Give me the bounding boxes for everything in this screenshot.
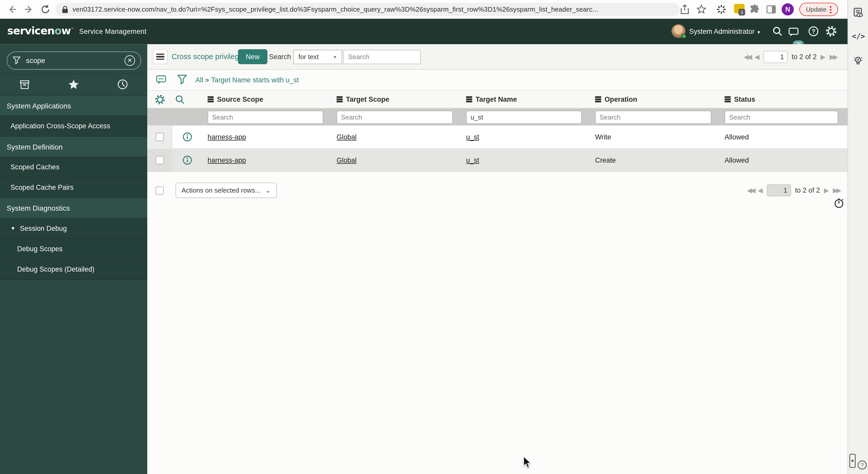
- user-menu[interactable]: System Administrator ▼: [689, 28, 761, 35]
- breadcrumb-separator: >: [206, 77, 209, 83]
- column-header-operation[interactable]: Operation: [590, 96, 719, 103]
- list-context-menu-button[interactable]: [153, 49, 168, 64]
- side-panel-icon[interactable]: [766, 4, 776, 14]
- info-icon[interactable]: [182, 156, 192, 165]
- target-name-link[interactable]: u_st: [466, 156, 479, 164]
- filter-operation-input[interactable]: [595, 110, 711, 124]
- info-icon[interactable]: [182, 132, 192, 141]
- list-settings-gear-icon[interactable]: [155, 94, 165, 104]
- first-page-button[interactable]: ◀◀: [744, 53, 751, 61]
- status-value: Allowed: [724, 156, 749, 164]
- browser-profile-avatar[interactable]: N: [782, 3, 794, 15]
- timer-icon[interactable]: [834, 198, 845, 209]
- record-watcher-icon[interactable]: [852, 7, 864, 18]
- filter-target-scope-input[interactable]: [337, 110, 453, 124]
- hamburger-icon: [156, 52, 164, 61]
- search-type-select[interactable]: for text▼: [293, 50, 342, 64]
- row-checkbox[interactable]: [155, 156, 163, 164]
- sidebar-item-scoped-caches[interactable]: Scoped Caches: [0, 157, 147, 178]
- list-title-link[interactable]: Cross scope privileges: [172, 53, 247, 61]
- global-search-icon[interactable]: [772, 26, 783, 37]
- bookmark-star-icon[interactable]: [696, 4, 707, 14]
- bottom-pagination: ◀◀ ◀ to 2 of 2 ▶ ▶▶: [747, 184, 840, 197]
- clear-filter-icon[interactable]: ✕: [125, 55, 135, 66]
- chevron-down-icon: ▼: [756, 30, 761, 35]
- filter-status-input[interactable]: [724, 110, 838, 124]
- tab-history[interactable]: [98, 74, 147, 95]
- forward-icon[interactable]: [23, 4, 34, 15]
- target-name-link[interactable]: u_st: [466, 133, 479, 141]
- update-menu-dots-icon[interactable]: [830, 6, 831, 13]
- next-page-button[interactable]: ▶: [820, 53, 826, 61]
- sidebar-item-scoped-cache-pairs[interactable]: Scoped Cache Pairs: [0, 178, 147, 198]
- sidebar-item-system-applications[interactable]: System Applications: [0, 96, 147, 116]
- last-page-button[interactable]: ▶▶: [830, 53, 836, 61]
- rail-scroll-thumb[interactable]: [849, 453, 856, 468]
- sidebar-item-debug-scopes[interactable]: Debug Scopes: [0, 239, 147, 260]
- sidebar-nav: System Applications Application Cross-Sc…: [0, 96, 147, 280]
- column-menu-icon: [466, 96, 472, 103]
- source-scope-link[interactable]: harness-app: [208, 133, 246, 141]
- spinner-extension-icon[interactable]: [716, 4, 726, 14]
- first-page-button[interactable]: ◀◀: [747, 187, 754, 194]
- breadcrumb-query-link[interactable]: Target Name starts with u_st: [211, 76, 299, 84]
- extensions-puzzle-icon[interactable]: [749, 4, 760, 14]
- sidebar-item-session-debug[interactable]: ▼Session Debug: [0, 218, 147, 239]
- settings-gear-icon[interactable]: [826, 26, 836, 37]
- tab-favorites[interactable]: [49, 74, 98, 95]
- breadcrumb-row: All>Target Name starts with u_st: [147, 70, 847, 90]
- column-menu-icon: [337, 96, 343, 103]
- page-number-input[interactable]: [764, 51, 788, 63]
- column-header-status[interactable]: Status: [719, 96, 846, 103]
- back-icon[interactable]: [7, 4, 18, 15]
- list-search-input[interactable]: [343, 50, 421, 64]
- column-menu-icon: [208, 96, 214, 103]
- previous-page-button[interactable]: ◀: [758, 187, 763, 194]
- filter-funnel-icon: [13, 57, 21, 65]
- column-header-target-scope[interactable]: Target Scope: [331, 96, 460, 103]
- column-search-icon[interactable]: [175, 94, 185, 104]
- operation-value: Create: [595, 156, 616, 164]
- code-icon[interactable]: </>: [852, 32, 865, 40]
- share-icon[interactable]: [680, 4, 690, 14]
- actions-select[interactable]: Actions on selected rows...⌄: [176, 182, 277, 198]
- filter-source-scope-input[interactable]: [208, 110, 323, 124]
- table-header-tools: [147, 94, 202, 104]
- sidebar-item-debug-scopes-detailed[interactable]: Debug Scopes (Detailed): [0, 260, 147, 280]
- column-header-source-scope[interactable]: Source Scope: [202, 96, 331, 103]
- column-header-target-name[interactable]: Target Name: [461, 96, 590, 103]
- sidebar-item-application-cross-scope-access[interactable]: Application Cross-Scope Access: [0, 116, 147, 137]
- column-filter-row: [147, 108, 847, 126]
- mouse-cursor: [523, 456, 532, 469]
- help-icon[interactable]: ?: [808, 26, 819, 37]
- next-page-button[interactable]: ▶: [824, 187, 829, 194]
- source-scope-link[interactable]: harness-app: [208, 156, 246, 164]
- sidebar-item-system-diagnostics[interactable]: System Diagnostics: [0, 198, 147, 218]
- help-circle-icon[interactable]: ?: [858, 460, 867, 470]
- user-avatar[interactable]: [672, 24, 685, 38]
- url-bar[interactable]: ven03172.service-now.com/nav_to.do?uri=%…: [55, 3, 680, 16]
- sidebar-item-system-definition[interactable]: System Definition: [0, 137, 147, 157]
- target-scope-link[interactable]: Global: [337, 156, 356, 164]
- row-checkbox[interactable]: [155, 133, 163, 141]
- previous-page-button[interactable]: ◀: [754, 53, 760, 61]
- tab-all-applications[interactable]: [0, 74, 49, 95]
- status-value: Allowed: [724, 133, 749, 141]
- hint-lightbulb-icon[interactable]: [852, 55, 864, 66]
- reload-icon[interactable]: [40, 4, 51, 15]
- navigator-filter[interactable]: scope ✕: [7, 52, 141, 70]
- messages-icon[interactable]: [788, 27, 799, 37]
- chat-icon[interactable]: [156, 75, 166, 85]
- breadcrumb-all-link[interactable]: All: [195, 76, 203, 84]
- presence-dot: [681, 34, 686, 39]
- new-button[interactable]: New: [238, 49, 268, 64]
- page-number-input[interactable]: [767, 184, 791, 197]
- select-all-checkbox[interactable]: [156, 186, 164, 194]
- filter-target-name-input[interactable]: [466, 110, 582, 124]
- target-scope-link[interactable]: Global: [337, 133, 356, 141]
- last-page-button[interactable]: ▶▶: [833, 187, 840, 194]
- messages-extension-icon[interactable]: 3: [734, 4, 745, 13]
- browser-chrome: ven03172.service-now.com/nav_to.do?uri=%…: [0, 0, 847, 19]
- update-button[interactable]: Update: [799, 3, 838, 16]
- filter-icon[interactable]: [177, 75, 187, 85]
